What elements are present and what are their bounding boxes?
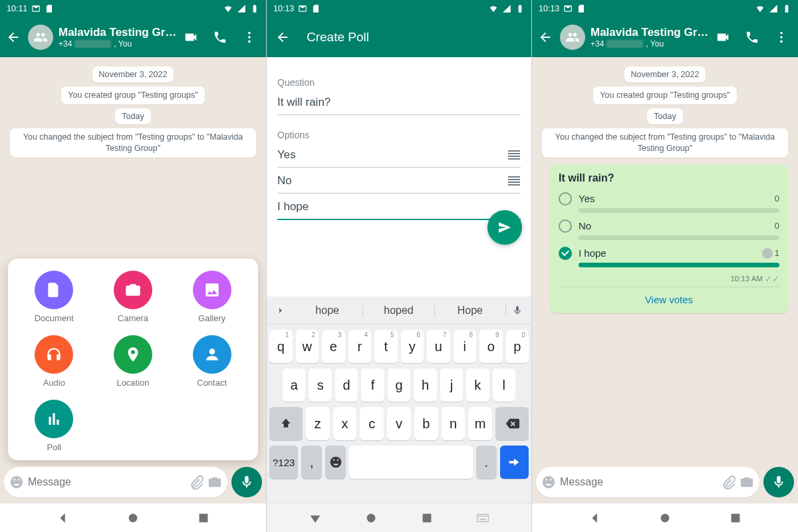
message-input-container[interactable]	[536, 467, 759, 497]
group-avatar[interactable]	[28, 25, 53, 50]
key-s[interactable]: s	[309, 368, 331, 402]
nav-home[interactable]	[126, 511, 140, 525]
nav-recent[interactable]	[728, 511, 743, 525]
attach-icon[interactable]	[189, 475, 203, 489]
camera-input-icon[interactable]	[207, 475, 222, 489]
key-x[interactable]: x	[333, 407, 357, 440]
key-c[interactable]: c	[360, 407, 384, 440]
key-w[interactable]: w2	[296, 330, 319, 363]
option-row-2[interactable]	[277, 170, 521, 194]
back-button[interactable]	[4, 28, 23, 47]
attach-audio[interactable]: Audio	[21, 335, 87, 388]
message-input[interactable]	[560, 476, 717, 488]
back-button[interactable]	[536, 28, 555, 47]
key-b[interactable]: b	[414, 407, 438, 440]
key-g[interactable]: g	[388, 368, 410, 402]
more-menu-button[interactable]	[774, 30, 789, 45]
video-call-button[interactable]	[184, 30, 198, 45]
option-input-3[interactable]	[277, 200, 521, 213]
poll-option-1[interactable]: Yes 0	[559, 192, 779, 205]
view-votes-button[interactable]: View votes	[559, 287, 779, 308]
key-o[interactable]: o9	[479, 330, 503, 363]
key-q[interactable]: q1	[269, 330, 293, 363]
poll-option-3[interactable]: I hope 1	[559, 247, 779, 260]
question-input-row[interactable]	[277, 92, 521, 115]
poll-option-2[interactable]: No 0	[559, 219, 779, 233]
option-row-1[interactable]	[277, 144, 521, 168]
key-k[interactable]: k	[466, 368, 489, 402]
key-u[interactable]: u7	[427, 330, 450, 363]
nav-back[interactable]	[588, 511, 602, 525]
nav-home[interactable]	[658, 511, 672, 525]
option-input-2[interactable]	[277, 174, 507, 188]
suggestion-1[interactable]: hope	[292, 305, 363, 317]
chat-title-block[interactable]: Malavida Testing Group +34, You	[591, 26, 710, 49]
option-row-3[interactable]	[277, 196, 521, 220]
key-j[interactable]: j	[440, 368, 463, 402]
key-m[interactable]: m	[468, 407, 492, 440]
key-z[interactable]: z	[306, 407, 330, 440]
backspace-key[interactable]	[495, 407, 529, 440]
send-poll-button[interactable]	[487, 210, 522, 245]
key-a[interactable]: a	[283, 368, 305, 402]
key-e[interactable]: e3	[322, 330, 345, 363]
symbols-key[interactable]: ?123	[269, 446, 298, 479]
suggestion-3[interactable]: Hope	[435, 305, 506, 317]
key-p[interactable]: p0	[506, 330, 529, 363]
key-f[interactable]: f	[361, 368, 384, 402]
key-h[interactable]: h	[414, 368, 436, 402]
nav-keyboard[interactable]	[475, 511, 490, 525]
mic-button[interactable]	[231, 467, 262, 497]
vote-count: 1	[762, 248, 779, 259]
nav-recent[interactable]	[420, 511, 434, 525]
key-v[interactable]: v	[387, 407, 411, 440]
space-key[interactable]	[349, 446, 473, 479]
key-r[interactable]: r4	[348, 330, 372, 363]
attach-icon[interactable]	[721, 475, 735, 489]
key-t[interactable]: t5	[374, 330, 398, 363]
expand-suggestions[interactable]	[269, 305, 292, 316]
question-input[interactable]	[277, 96, 521, 109]
key-l[interactable]: l	[493, 368, 515, 402]
voice-call-button[interactable]	[213, 30, 227, 45]
back-button[interactable]	[273, 28, 292, 47]
drag-handle-icon[interactable]	[507, 176, 521, 186]
camera-input-icon[interactable]	[739, 475, 754, 489]
drag-handle-icon[interactable]	[507, 150, 521, 160]
attach-location[interactable]: Location	[100, 335, 166, 388]
comma-key[interactable]: ,	[301, 446, 322, 479]
message-input[interactable]	[28, 476, 185, 488]
nav-back[interactable]	[308, 511, 323, 525]
shift-key[interactable]	[269, 407, 303, 440]
group-avatar[interactable]	[560, 25, 585, 50]
more-menu-button[interactable]	[242, 30, 257, 45]
emoji-icon[interactable]	[9, 475, 24, 489]
camera-icon	[114, 271, 152, 309]
emoji-key[interactable]	[325, 446, 346, 479]
gmail-icon	[563, 4, 573, 13]
attach-camera[interactable]: Camera	[100, 271, 166, 323]
key-n[interactable]: n	[442, 407, 466, 440]
mic-suggestion-icon[interactable]	[506, 305, 529, 316]
attach-document[interactable]: Document	[21, 271, 87, 323]
attach-poll[interactable]: Poll	[21, 400, 87, 452]
svg-point-3	[129, 513, 138, 522]
key-y[interactable]: y6	[401, 330, 424, 363]
enter-key[interactable]	[500, 446, 529, 479]
nav-recent[interactable]	[196, 511, 211, 525]
emoji-icon[interactable]	[541, 475, 556, 489]
nav-back[interactable]	[56, 511, 70, 525]
mic-button[interactable]	[763, 467, 794, 497]
attach-contact[interactable]: Contact	[179, 335, 245, 388]
period-key[interactable]: .	[476, 446, 497, 479]
message-input-container[interactable]	[4, 467, 227, 497]
attach-gallery[interactable]: Gallery	[179, 271, 245, 323]
option-input-1[interactable]	[277, 148, 507, 162]
key-d[interactable]: d	[335, 368, 358, 402]
video-call-button[interactable]	[716, 30, 730, 45]
suggestion-2[interactable]: hoped	[363, 305, 434, 317]
nav-home[interactable]	[364, 511, 378, 525]
voice-call-button[interactable]	[745, 30, 759, 45]
key-i[interactable]: i8	[454, 330, 477, 363]
chat-title-block[interactable]: Malavida Testing Group +34, You	[59, 26, 178, 49]
